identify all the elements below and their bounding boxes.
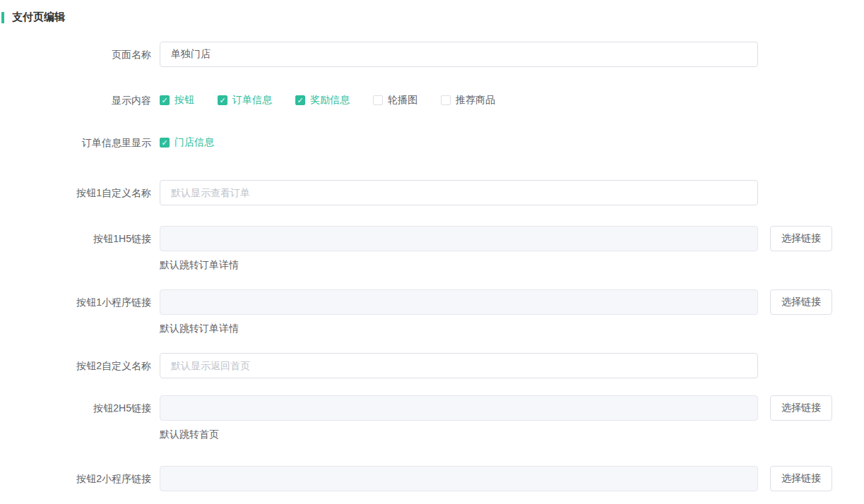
btn2-mini-link-label: 按钮2小程序链接	[0, 466, 160, 491]
field-row-page-name: 页面名称	[0, 42, 864, 67]
checkbox-unchecked-icon	[441, 95, 451, 105]
checkbox-label: 订单信息	[232, 94, 272, 107]
checkbox-checked-icon: ✓	[160, 95, 170, 105]
checkbox-label: 推荐商品	[456, 94, 495, 107]
checkbox-label: 轮播图	[388, 94, 418, 107]
checkbox-奖励信息[interactable]: ✓奖励信息	[295, 94, 350, 107]
checkbox-label: 门店信息	[174, 136, 214, 149]
btn2-mini-link-input	[160, 466, 758, 491]
btn1-h5-link-input	[160, 226, 758, 251]
field-row-display-content: 显示内容 ✓按钮✓订单信息✓奖励信息轮播图推荐商品	[0, 93, 864, 107]
btn1-mini-link-input	[160, 289, 758, 315]
btn2-h5-select-link-button[interactable]: 选择链接	[770, 395, 832, 421]
btn1-mini-link-hint: 默认跳转订单详情	[160, 323, 864, 334]
checkbox-订单信息[interactable]: ✓订单信息	[218, 94, 272, 107]
payment-page-edit-panel: 支付页编辑 页面名称 显示内容 ✓按钮✓订单信息✓奖励信息轮播图推荐商品 订单信…	[0, 0, 864, 491]
checkbox-label: 奖励信息	[310, 94, 350, 107]
order-info-display-label: 订单信息里显示	[0, 136, 160, 150]
btn1-h5-link-label: 按钮1H5链接	[0, 226, 160, 251]
checkbox-按钮[interactable]: ✓按钮	[160, 94, 194, 107]
btn2-h5-link-label: 按钮2H5链接	[0, 395, 160, 421]
checkbox-unchecked-icon	[373, 95, 383, 105]
checkbox-轮播图[interactable]: 轮播图	[373, 94, 418, 107]
field-row-btn2-h5-link: 按钮2H5链接 选择链接 默认跳转首页	[0, 395, 864, 440]
btn1-mini-link-label: 按钮1小程序链接	[0, 289, 160, 315]
page-name-label: 页面名称	[0, 42, 160, 67]
display-content-label: 显示内容	[0, 93, 160, 107]
field-row-btn1-h5-link: 按钮1H5链接 选择链接 默认跳转订单详情	[0, 226, 864, 270]
btn1-mini-select-link-button[interactable]: 选择链接	[770, 289, 832, 315]
btn2-name-input[interactable]	[160, 353, 758, 378]
btn1-h5-select-link-button[interactable]: 选择链接	[770, 226, 832, 251]
display-content-checkbox-group: ✓按钮✓订单信息✓奖励信息轮播图推荐商品	[160, 93, 864, 107]
page-title: 支付页编辑	[12, 11, 65, 24]
title-accent-bar-icon	[1, 12, 4, 23]
btn2-name-label: 按钮2自定义名称	[0, 353, 160, 378]
btn2-mini-select-link-button[interactable]: 选择链接	[770, 466, 832, 491]
btn1-name-input[interactable]	[160, 180, 758, 205]
checkbox-checked-icon: ✓	[295, 95, 305, 105]
btn2-h5-link-hint: 默认跳转首页	[160, 428, 864, 440]
checkbox-checked-icon: ✓	[160, 138, 170, 148]
checkbox-label: 按钮	[174, 94, 194, 107]
field-row-order-info-display: 订单信息里显示 ✓门店信息	[0, 136, 864, 150]
order-info-checkbox-group: ✓门店信息	[160, 136, 864, 150]
field-row-btn1-name: 按钮1自定义名称	[0, 180, 864, 205]
checkbox-推荐商品[interactable]: 推荐商品	[441, 94, 495, 107]
checkbox-checked-icon: ✓	[218, 95, 227, 105]
btn2-h5-link-input	[160, 395, 758, 421]
field-row-btn1-mini-link: 按钮1小程序链接 选择链接 默认跳转订单详情	[0, 289, 864, 334]
field-row-btn2-mini-link: 按钮2小程序链接 选择链接	[0, 466, 864, 491]
btn1-h5-link-hint: 默认跳转订单详情	[160, 259, 864, 270]
section-title: 支付页编辑	[1, 11, 864, 24]
checkbox-门店信息[interactable]: ✓门店信息	[160, 136, 214, 149]
btn1-name-label: 按钮1自定义名称	[0, 180, 160, 205]
page-name-input[interactable]	[160, 42, 758, 67]
field-row-btn2-name: 按钮2自定义名称	[0, 353, 864, 378]
